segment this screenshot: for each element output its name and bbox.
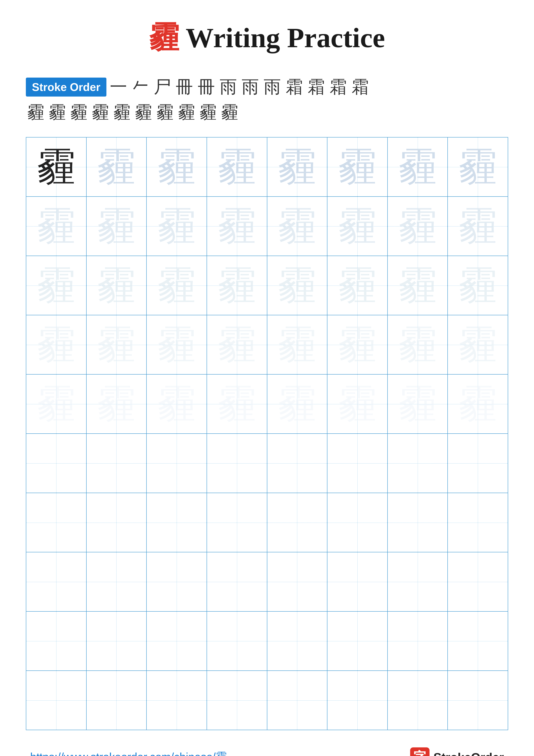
practice-char: 霾	[338, 323, 377, 366]
grid-cell[interactable]: 霾	[388, 315, 448, 374]
table-row	[26, 671, 508, 730]
grid-cell[interactable]: 霾	[87, 315, 147, 374]
grid-cell[interactable]	[146, 611, 207, 671]
grid-cell[interactable]: 霾	[327, 256, 388, 315]
grid-cell[interactable]	[388, 611, 448, 671]
grid-cell[interactable]	[207, 611, 267, 671]
grid-cell[interactable]: 霾	[267, 315, 327, 374]
grid-cell[interactable]	[207, 434, 267, 493]
grid-cell[interactable]: 霾	[87, 374, 147, 434]
grid-cell[interactable]	[26, 552, 87, 611]
practice-char: 霾	[97, 383, 136, 425]
grid-cell[interactable]	[327, 434, 388, 493]
grid-cell[interactable]: 霾	[26, 197, 87, 256]
grid-cell[interactable]	[146, 671, 207, 730]
grid-cell[interactable]	[447, 611, 508, 671]
grid-cell[interactable]: 霾	[327, 315, 388, 374]
grid-cell[interactable]: 霾	[146, 197, 207, 256]
grid-cell[interactable]: 霾	[26, 137, 87, 197]
practice-char: 霾	[338, 146, 377, 188]
grid-cell[interactable]	[87, 493, 147, 552]
grid-cell[interactable]	[267, 434, 327, 493]
grid-cell[interactable]	[207, 552, 267, 611]
grid-cell[interactable]	[146, 552, 207, 611]
grid-cell[interactable]	[146, 434, 207, 493]
grid-cell[interactable]	[26, 671, 87, 730]
grid-cell[interactable]	[87, 434, 147, 493]
grid-cell[interactable]: 霾	[146, 374, 207, 434]
grid-cell[interactable]: 霾	[146, 315, 207, 374]
table-row	[26, 611, 508, 671]
grid-cell[interactable]: 霾	[267, 137, 327, 197]
grid-cell[interactable]: 霾	[447, 374, 508, 434]
grid-cell[interactable]: 霾	[146, 256, 207, 315]
grid-cell[interactable]	[447, 493, 508, 552]
grid-cell[interactable]: 霾	[447, 315, 508, 374]
practice-grid: 霾 霾 霾 霾 霾 霾 霾 霾 霾 霾 霾 霾 霾 霾 霾 霾 霾 霾 霾 霾 …	[26, 137, 508, 730]
grid-cell[interactable]	[447, 434, 508, 493]
grid-cell[interactable]: 霾	[87, 256, 147, 315]
grid-cell[interactable]	[207, 671, 267, 730]
practice-char: 霾	[217, 323, 256, 366]
grid-cell[interactable]	[207, 493, 267, 552]
practice-char: 霾	[278, 264, 317, 307]
grid-cell[interactable]: 霾	[26, 374, 87, 434]
grid-cell[interactable]: 霾	[26, 256, 87, 315]
grid-cell[interactable]: 霾	[388, 197, 448, 256]
grid-cell[interactable]	[267, 671, 327, 730]
grid-cell[interactable]: 霾	[388, 137, 448, 197]
grid-cell[interactable]	[327, 493, 388, 552]
grid-cell[interactable]	[388, 434, 448, 493]
grid-cell[interactable]: 霾	[207, 315, 267, 374]
grid-cell[interactable]: 霾	[447, 256, 508, 315]
footer-url[interactable]: https://www.strokeorder.com/chinese/霾	[30, 749, 227, 756]
grid-cell[interactable]	[87, 552, 147, 611]
stroke-step-7: 雨	[242, 75, 259, 99]
grid-cell[interactable]: 霾	[146, 137, 207, 197]
grid-cell[interactable]	[87, 611, 147, 671]
grid-cell[interactable]	[327, 671, 388, 730]
grid-cell[interactable]: 霾	[207, 256, 267, 315]
practice-char: 霾	[157, 323, 196, 366]
practice-char: 霾	[97, 323, 136, 366]
stroke-step-10: 霜	[308, 75, 325, 99]
grid-cell[interactable]: 霾	[26, 315, 87, 374]
grid-cell[interactable]: 霾	[447, 137, 508, 197]
grid-cell[interactable]: 霾	[87, 197, 147, 256]
practice-char: 霾	[217, 383, 256, 425]
grid-cell[interactable]	[327, 611, 388, 671]
grid-cell[interactable]	[267, 611, 327, 671]
grid-cell[interactable]	[146, 493, 207, 552]
grid-cell[interactable]	[267, 552, 327, 611]
grid-cell[interactable]	[447, 671, 508, 730]
grid-cell[interactable]: 霾	[388, 374, 448, 434]
grid-cell[interactable]: 霾	[267, 256, 327, 315]
grid-cell[interactable]	[388, 671, 448, 730]
stroke-step-2: 𠂉	[132, 77, 149, 97]
grid-cell[interactable]: 霾	[207, 374, 267, 434]
practice-char: 霾	[278, 205, 317, 248]
grid-cell[interactable]: 霾	[327, 137, 388, 197]
grid-cell[interactable]	[267, 493, 327, 552]
grid-cell[interactable]	[327, 552, 388, 611]
practice-char: 霾	[157, 205, 196, 248]
grid-cell[interactable]: 霾	[447, 197, 508, 256]
grid-cell[interactable]: 霾	[388, 256, 448, 315]
grid-cell[interactable]: 霾	[327, 374, 388, 434]
grid-cell[interactable]	[388, 552, 448, 611]
grid-cell[interactable]: 霾	[207, 197, 267, 256]
grid-cell[interactable]	[447, 552, 508, 611]
stroke-step-20: 霾	[178, 101, 195, 124]
practice-char: 霾	[278, 383, 317, 425]
grid-cell[interactable]	[87, 671, 147, 730]
grid-cell[interactable]	[26, 611, 87, 671]
grid-cell[interactable]: 霾	[267, 374, 327, 434]
grid-cell[interactable]: 霾	[87, 137, 147, 197]
grid-cell[interactable]: 霾	[207, 137, 267, 197]
grid-cell[interactable]: 霾	[267, 197, 327, 256]
grid-cell[interactable]	[26, 434, 87, 493]
grid-cell[interactable]	[26, 493, 87, 552]
stroke-step-5: 冊	[198, 75, 215, 99]
grid-cell[interactable]	[388, 493, 448, 552]
grid-cell[interactable]: 霾	[327, 197, 388, 256]
